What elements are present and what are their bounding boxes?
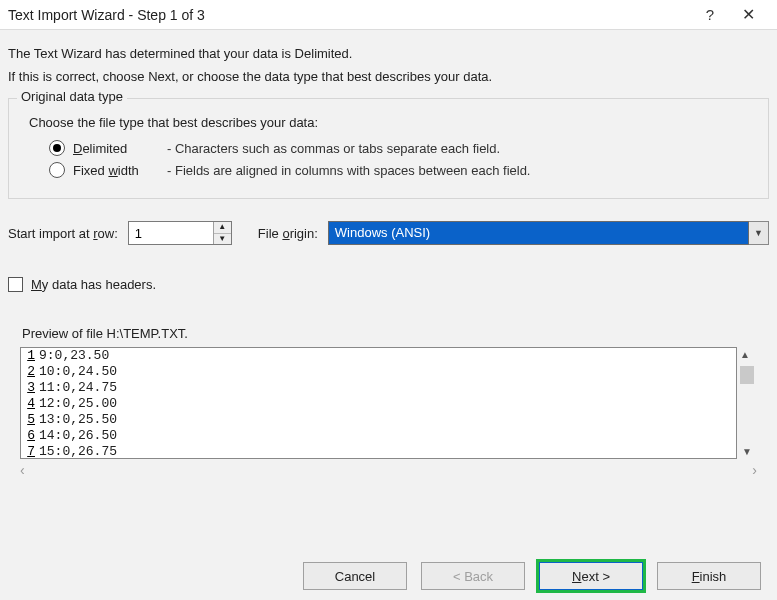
radio-fixed-width-label: Fixed width: [73, 163, 159, 178]
description-line-2: If this is correct, choose Next, or choo…: [8, 69, 769, 84]
preview-row: 513:0,25.50: [21, 412, 736, 428]
preview-label: Preview of file H:\TEMP.TXT.: [22, 326, 769, 341]
row-text: 15:0,26.75: [37, 444, 117, 459]
row-gutter: 1: [21, 348, 37, 364]
row-gutter: 6: [21, 428, 37, 444]
row-gutter: 5: [21, 412, 37, 428]
dialog-title: Text Import Wizard - Step 1 of 3: [8, 7, 205, 23]
preview-row: 715:0,26.75: [21, 444, 736, 459]
spinner-down-icon[interactable]: ▼: [214, 234, 231, 245]
cancel-button[interactable]: Cancel: [303, 562, 407, 590]
radio-delimited-label: Delimited: [73, 141, 159, 156]
spinner-up-icon[interactable]: ▲: [214, 222, 231, 234]
file-origin-select[interactable]: Windows (ANSI): [328, 221, 749, 245]
scroll-thumb[interactable]: [740, 366, 754, 384]
original-data-type-group: Original data type Choose the file type …: [8, 98, 769, 199]
start-row-label: Start import at row:: [8, 226, 118, 241]
back-button: < Back: [421, 562, 525, 590]
scroll-right-icon[interactable]: ›: [752, 462, 757, 478]
chevron-down-icon[interactable]: ▼: [749, 221, 769, 245]
help-icon[interactable]: ?: [691, 2, 729, 28]
preview-row: 19:0,23.50: [21, 348, 736, 364]
preview-row: 311:0,24.75: [21, 380, 736, 396]
close-icon[interactable]: ✕: [729, 2, 767, 28]
scroll-up-icon[interactable]: ▲: [740, 349, 754, 360]
row-text: 10:0,24.50: [37, 364, 117, 380]
radio-delimited-desc: - Characters such as commas or tabs sepa…: [167, 141, 500, 156]
finish-button[interactable]: Finish: [657, 562, 761, 590]
row-text: 14:0,26.50: [37, 428, 117, 444]
row-text: 12:0,25.00: [37, 396, 117, 412]
row-gutter: 7: [21, 444, 37, 459]
scroll-down-icon[interactable]: ▼: [742, 446, 752, 457]
vertical-scrollbar[interactable]: ▲ ▼: [737, 347, 757, 459]
preview-box: 19:0,23.50210:0,24.50311:0,24.75412:0,25…: [20, 347, 737, 459]
start-row-input[interactable]: [129, 222, 213, 244]
scroll-left-icon[interactable]: ‹: [20, 462, 25, 478]
preview-row: 210:0,24.50: [21, 364, 736, 380]
radio-fixed-width-desc: - Fields are aligned in columns with spa…: [167, 163, 530, 178]
row-gutter: 3: [21, 380, 37, 396]
row-gutter: 4: [21, 396, 37, 412]
preview-row: 614:0,26.50: [21, 428, 736, 444]
group-subtext: Choose the file type that best describes…: [29, 115, 758, 130]
description-line-1: The Text Wizard has determined that your…: [8, 46, 769, 61]
next-button[interactable]: Next >: [539, 562, 643, 590]
headers-checkbox[interactable]: [8, 277, 23, 292]
radio-fixed-width[interactable]: [49, 162, 65, 178]
radio-delimited[interactable]: [49, 140, 65, 156]
row-gutter: 2: [21, 364, 37, 380]
row-text: 13:0,25.50: [37, 412, 117, 428]
row-text: 9:0,23.50: [37, 348, 109, 364]
headers-label: My data has headers.: [31, 277, 156, 292]
file-origin-label: File origin:: [258, 226, 318, 241]
preview-row: 412:0,25.00: [21, 396, 736, 412]
horizontal-scrollbar[interactable]: ‹ ›: [20, 461, 757, 479]
start-row-spinner[interactable]: ▲ ▼: [128, 221, 232, 245]
row-text: 11:0,24.75: [37, 380, 117, 396]
group-legend: Original data type: [17, 89, 127, 104]
